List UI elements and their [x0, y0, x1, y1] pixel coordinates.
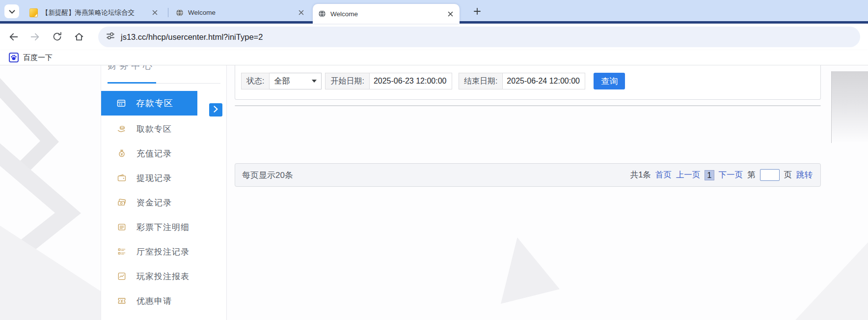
sidebar-item-withdraw-zone[interactable]: 取款专区 [101, 122, 227, 135]
query-button[interactable]: 查询 [594, 73, 625, 89]
reload-button[interactable] [50, 30, 64, 44]
first-page-link[interactable]: 首页 [655, 170, 672, 180]
goto-button[interactable]: 跳转 [796, 170, 813, 180]
status-selected-value: 全部 [274, 76, 290, 87]
filter-row: 状态: 全部 开始日期: 结束日期: 查询 [241, 73, 625, 89]
pagination-controls: 共1条 首页 上一页 1 下一页 第 页 跳转 [630, 169, 813, 181]
deposit-card-icon [116, 98, 126, 108]
tab-close-icon[interactable] [446, 9, 455, 18]
tab-close-icon[interactable] [150, 8, 159, 17]
sidebar-item-label: 取款专区 [136, 123, 172, 135]
sidebar-item-withdraw-records[interactable]: 提现记录 [101, 172, 227, 184]
sidebar-item-label: 玩家投注报表 [136, 271, 190, 282]
sidebar-item-label: 提现记录 [136, 173, 172, 184]
address-bar[interactable]: js13.cc/hhcp/usercenter.html?iniType=2 [98, 27, 860, 47]
sidebar-collapse-button[interactable] [209, 103, 222, 116]
tab-close-icon[interactable] [297, 8, 305, 17]
banknotes-icon [117, 198, 127, 207]
browser-window: 【新提醒】海燕策略论坛综合交 Welcome Welcome [0, 0, 868, 320]
wallet-icon [117, 173, 127, 183]
tab-title: Welcome [330, 10, 442, 18]
bookmarks-bar: 百度一下 [0, 50, 868, 65]
sidebar-item-label: 彩票下注明细 [136, 222, 190, 233]
chevron-right-icon [214, 106, 218, 114]
url-text[interactable]: js13.cc/hhcp/usercenter.html?iniType=2 [121, 32, 263, 42]
sidebar-heading: 财务中心 [108, 65, 155, 72]
forward-arrow-icon [29, 31, 40, 44]
status-label: 状态: [241, 73, 270, 89]
sidebar: 财务中心 存款专区 取款专区 充值记录 提现记录 [101, 65, 227, 320]
start-date-label: 开始日期: [325, 73, 369, 89]
home-button[interactable] [72, 30, 86, 44]
browser-toolbar: js13.cc/hhcp/usercenter.html?iniType=2 [0, 24, 868, 50]
sidebar-item-recharge-records[interactable]: 充值记录 [101, 147, 227, 160]
select-caret-icon [312, 80, 317, 83]
end-date-input[interactable] [503, 73, 585, 89]
next-page-link[interactable]: 下一页 [719, 170, 743, 180]
sidebar-item-label: 资金记录 [136, 197, 172, 208]
tab-strip: 【新提醒】海燕策略论坛综合交 Welcome Welcome [0, 0, 868, 21]
baidu-paw-icon [9, 53, 19, 62]
back-button[interactable] [7, 30, 21, 44]
reload-icon [52, 31, 62, 43]
decor-triangle [501, 237, 560, 304]
decor-gray-block [831, 71, 868, 143]
forward-button[interactable] [28, 30, 42, 44]
globe-icon [318, 9, 326, 18]
tab-title: Welcome [188, 9, 293, 16]
money-bag-icon [117, 148, 127, 158]
sidebar-item-label: 厅室投注记录 [136, 246, 190, 258]
back-arrow-icon [8, 31, 19, 44]
tab-title: 【新提醒】海燕策略论坛综合交 [42, 8, 146, 17]
new-tab-button[interactable] [470, 5, 484, 19]
filter-panel: 状态: 全部 开始日期: 结束日期: 查询 [235, 65, 821, 100]
chart-report-icon [117, 271, 127, 281]
tab-divider [168, 8, 168, 17]
sidebar-underline-active [108, 82, 156, 84]
home-icon [74, 31, 84, 44]
sidebar-item-label: 优惠申请 [136, 295, 172, 307]
current-page-badge: 1 [705, 170, 714, 180]
goto-prefix-label: 第 [747, 170, 756, 180]
sidebar-item-label: 存款专区 [136, 97, 173, 109]
hand-coins-icon [117, 124, 127, 134]
globe-icon [175, 8, 184, 17]
tab-welcome-1[interactable]: Welcome [170, 4, 310, 21]
prev-page-link[interactable]: 上一页 [676, 170, 701, 180]
total-count-text: 共1条 [630, 170, 651, 180]
goto-page-input[interactable] [760, 169, 780, 181]
start-date-input[interactable] [370, 73, 452, 89]
tab-search-button[interactable] [4, 4, 19, 18]
forum-favicon-icon [29, 8, 38, 17]
decor-triangle [795, 242, 868, 320]
records-table-wrapper: 订单号 支付方式 USDT金额 汇 率 充值金额 充值状态 提交时间 备 注 1 [235, 105, 821, 106]
plus-icon [474, 8, 481, 16]
sidebar-item-deposit-zone[interactable]: 存款专区 [101, 91, 197, 116]
sidebar-item-lottery-bet-details[interactable]: 彩票下注明细 [101, 221, 227, 233]
checklist-icon [117, 247, 127, 257]
page-size-text: 每页显示20条 [242, 170, 293, 181]
sidebar-item-fund-records[interactable]: 资金记录 [101, 196, 227, 209]
document-list-icon [117, 222, 127, 232]
site-settings-icon[interactable] [106, 31, 115, 42]
coupon-icon [117, 296, 127, 306]
page-content: 财务中心 存款专区 取款专区 充值记录 提现记录 [0, 65, 868, 320]
goto-suffix-label: 页 [784, 170, 792, 180]
sidebar-item-player-bet-report[interactable]: 玩家投注报表 [101, 270, 227, 283]
end-date-label: 结束日期: [459, 73, 503, 89]
sidebar-item-room-bet-records[interactable]: 厅室投注记录 [101, 245, 227, 258]
tab-welcome-2-active[interactable]: Welcome [313, 4, 460, 24]
bookmark-baidu[interactable]: 百度一下 [6, 51, 55, 64]
chevron-down-icon [9, 8, 15, 15]
bookmark-label: 百度一下 [23, 53, 53, 62]
tab-forum[interactable]: 【新提醒】海燕策略论坛综合交 [25, 4, 164, 21]
pagination-bar: 每页显示20条 共1条 首页 上一页 1 下一页 第 页 跳转 [235, 163, 821, 187]
status-select[interactable]: 全部 [270, 73, 322, 89]
sidebar-item-label: 充值记录 [136, 148, 172, 159]
sidebar-item-promo-application[interactable]: 优惠申请 [101, 294, 227, 307]
